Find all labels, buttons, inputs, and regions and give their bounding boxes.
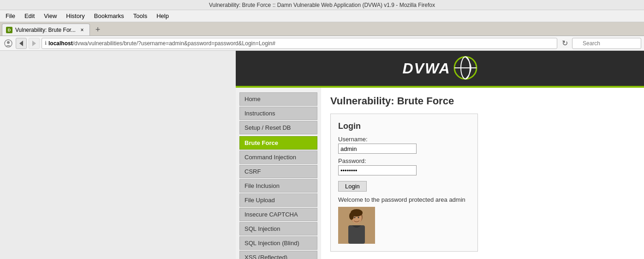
lock-icon: ℹ — [45, 40, 47, 46]
menu-history[interactable]: History — [62, 12, 88, 20]
sidebar-item-setup-reset-db[interactable]: Setup / Reset DB — [239, 121, 317, 134]
title-bar-text: Vulnerability: Brute Force :: Damn Vulne… — [209, 2, 435, 8]
sidebar-item-file-inclusion[interactable]: File Inclusion — [239, 179, 317, 193]
url-bar[interactable]: ℹ localhost /dvwa/vulnerabilities/brute/… — [42, 38, 557, 49]
browser-content: DVWA Home Instructions Setup / Reset DB — [0, 51, 644, 259]
svg-point-1 — [7, 41, 10, 44]
username-input[interactable] — [338, 144, 417, 154]
url-host: localhost — [48, 40, 73, 47]
back-button[interactable] — [16, 38, 27, 49]
sidebar-item-xss-reflected[interactable]: XSS (Reflected) — [239, 251, 317, 259]
page-title: Vulnerability: Brute Force — [330, 95, 635, 107]
search-input[interactable] — [572, 38, 641, 49]
menu-bar: File Edit View History Bookmarks Tools H… — [0, 10, 644, 22]
left-blank-panel — [0, 51, 236, 259]
svg-rect-12 — [348, 225, 365, 244]
menu-bookmarks[interactable]: Bookmarks — [90, 12, 128, 20]
menu-edit[interactable]: Edit — [21, 12, 38, 20]
sidebar-item-instructions[interactable]: Instructions — [239, 107, 317, 120]
sidebar-item-home[interactable]: Home — [239, 92, 317, 106]
admin-image — [338, 207, 375, 244]
svg-marker-2 — [19, 41, 23, 46]
search-wrapper: 🔍 — [572, 38, 641, 49]
sidebar-item-csrf[interactable]: CSRF — [239, 165, 317, 178]
dvwa-main: Vulnerability: Brute Force Login Usernam… — [321, 88, 644, 259]
menu-file[interactable]: File — [2, 12, 19, 20]
profile-button[interactable] — [3, 38, 14, 49]
forward-button[interactable] — [29, 38, 40, 49]
password-input[interactable] — [338, 165, 417, 175]
dvwa-header: DVWA — [236, 51, 644, 88]
dvwa-logo-graphic — [453, 56, 477, 81]
login-button[interactable]: Login — [338, 181, 367, 192]
login-title: Login — [338, 121, 470, 131]
sidebar-item-brute-force[interactable]: Brute Force — [239, 136, 317, 150]
login-box: Login Username: Password: Login Welcome … — [330, 114, 478, 252]
svg-point-10 — [354, 217, 356, 218]
dvwa-logo: DVWA — [403, 56, 477, 81]
new-tab-button[interactable]: + — [92, 24, 104, 36]
browser-tab[interactable]: D Vulnerability: Brute For... × — [2, 24, 90, 36]
reload-button[interactable]: ↻ — [559, 38, 570, 49]
dvwa-body: Home Instructions Setup / Reset DB Brute… — [236, 88, 644, 259]
dvwa-logo-text: DVWA — [403, 60, 451, 77]
username-label: Username: — [338, 136, 470, 143]
menu-view[interactable]: View — [40, 12, 60, 20]
menu-help[interactable]: Help — [153, 12, 173, 20]
title-bar: Vulnerability: Brute Force :: Damn Vulne… — [0, 0, 644, 10]
url-path: /dvwa/vulnerabilities/brute/?username=ad… — [73, 40, 275, 47]
tab-bar: D Vulnerability: Brute For... × + — [0, 22, 644, 36]
svg-point-11 — [358, 217, 359, 218]
address-bar: ℹ localhost /dvwa/vulnerabilities/brute/… — [0, 36, 644, 51]
dvwa-app: DVWA Home Instructions Setup / Reset DB — [236, 51, 644, 259]
sidebar-item-sql-injection[interactable]: SQL Injection — [239, 222, 317, 235]
svg-marker-3 — [32, 41, 36, 46]
tab-close-button[interactable]: × — [78, 26, 86, 34]
welcome-text: Welcome to the password protected area a… — [338, 196, 470, 203]
sidebar-item-sql-injection-blind[interactable]: SQL Injection (Blind) — [239, 236, 317, 250]
sidebar-item-command-injection[interactable]: Command Injection — [239, 151, 317, 164]
svg-point-14 — [349, 212, 354, 220]
password-label: Password: — [338, 157, 470, 164]
tab-favicon: D — [6, 27, 12, 33]
sidebar-item-insecure-captcha[interactable]: Insecure CAPTCHA — [239, 208, 317, 221]
dvwa-sidebar: Home Instructions Setup / Reset DB Brute… — [236, 88, 321, 259]
sidebar-item-file-upload[interactable]: File Upload — [239, 193, 317, 207]
tab-title: Vulnerability: Brute For... — [15, 27, 76, 33]
menu-tools[interactable]: Tools — [130, 12, 151, 20]
